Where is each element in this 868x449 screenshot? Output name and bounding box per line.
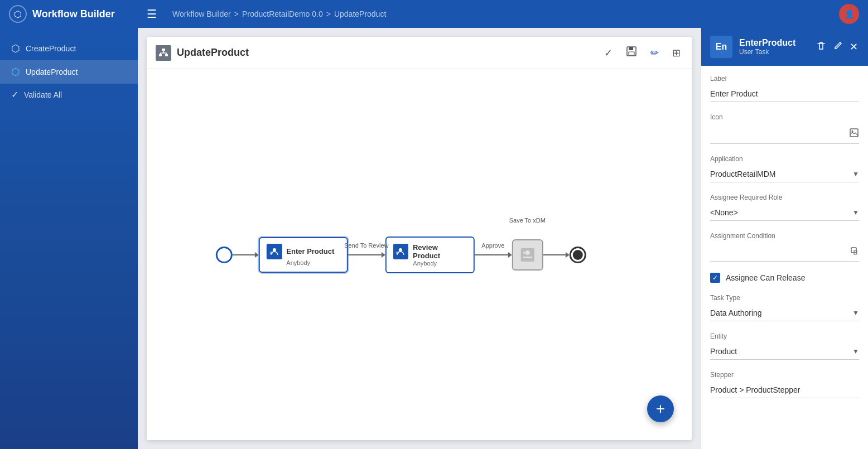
sidebar-item-validate-all[interactable]: ✓ Validate All bbox=[0, 84, 138, 105]
svg-rect-9 bbox=[629, 52, 634, 55]
svg-point-17 bbox=[272, 248, 276, 252]
field-group-assignee-role: Assignee Required Role <None> ▼ bbox=[710, 194, 859, 221]
assignment-condition-icon-button[interactable] bbox=[850, 247, 859, 258]
assignment-condition-row bbox=[710, 243, 859, 262]
user-avatar[interactable]: 👤 bbox=[839, 4, 859, 24]
field-group-application: Application ProductRetailMDM ▼ bbox=[710, 155, 859, 182]
label-input[interactable] bbox=[710, 86, 859, 102]
app-logo-area: ⬡ Workflow Builder bbox=[9, 5, 147, 23]
field-label-entity: Entity bbox=[710, 332, 859, 340]
field-group-task-type: Task Type Data Authoring ▼ bbox=[710, 294, 859, 321]
app-logo-text: Workflow Builder bbox=[32, 8, 115, 20]
assignee-role-select[interactable]: <None> bbox=[710, 205, 859, 220]
task-node-header-review: Review Product bbox=[393, 243, 466, 260]
task-icon-review bbox=[393, 244, 408, 259]
task-node-title-enter: Enter Product bbox=[286, 247, 334, 255]
toolbar-actions: ✓ ✏ ⊞ bbox=[602, 44, 683, 62]
application-select[interactable]: ProductRetailMDM bbox=[710, 166, 859, 182]
task-node-header-enter: Enter Product bbox=[266, 244, 340, 259]
entity-select[interactable]: Product bbox=[710, 344, 859, 359]
sidebar-item-create-product[interactable]: ⬡ CreateProduct bbox=[0, 37, 138, 60]
edit-button[interactable]: ✏ bbox=[648, 45, 661, 61]
icon-picker-button[interactable] bbox=[849, 128, 859, 140]
canvas-title-area: UpdateProduct bbox=[156, 45, 602, 61]
panel-edit-button[interactable] bbox=[832, 40, 844, 55]
canvas-title-text: UpdateProduct bbox=[177, 47, 249, 59]
service-node[interactable] bbox=[512, 239, 543, 271]
service-node-label: Save To xDM bbox=[509, 217, 546, 224]
end-node[interactable] bbox=[569, 247, 586, 263]
task-node-review-product[interactable]: Review Product Anybody bbox=[385, 236, 474, 273]
arrow-service-to-end bbox=[543, 252, 569, 258]
task-node-subtitle-review: Anybody bbox=[413, 260, 466, 267]
grid-button[interactable]: ⊞ bbox=[670, 45, 683, 61]
svg-rect-1 bbox=[159, 54, 162, 56]
breadcrumb-sep1: > bbox=[234, 9, 239, 18]
field-label-stepper: Stepper bbox=[710, 371, 859, 379]
breadcrumb-part3[interactable]: UpdateProduct bbox=[334, 9, 386, 18]
field-label-assignment-condition: Assignment Condition bbox=[710, 232, 859, 240]
sidebar-item-label-update: UpdateProduct bbox=[26, 67, 78, 76]
icon-input[interactable] bbox=[710, 129, 849, 138]
field-group-assignment-condition: Assignment Condition bbox=[710, 232, 859, 262]
panel-header-actions: ✕ bbox=[815, 40, 859, 55]
save-button[interactable] bbox=[624, 44, 639, 62]
panel-header-title: EnterProduct bbox=[739, 38, 808, 48]
end-node-inner bbox=[572, 250, 582, 260]
sidebar: ⬡ CreateProduct ⬡ UpdateProduct ✓ Valida… bbox=[0, 28, 138, 449]
svg-rect-24 bbox=[523, 252, 525, 254]
app-logo-icon: ⬡ bbox=[9, 5, 27, 23]
sidebar-item-update-product[interactable]: ⬡ UpdateProduct bbox=[0, 60, 138, 84]
field-label-task-type: Task Type bbox=[710, 294, 859, 302]
application-select-wrapper: ProductRetailMDM ▼ bbox=[710, 166, 859, 182]
stepper-input[interactable] bbox=[710, 382, 859, 398]
svg-rect-20 bbox=[396, 252, 399, 254]
svg-rect-8 bbox=[629, 47, 633, 50]
panel-close-button[interactable]: ✕ bbox=[848, 40, 859, 55]
assignee-can-release-checkbox[interactable] bbox=[710, 273, 720, 283]
arrow-review-to-service: Approve bbox=[474, 252, 512, 258]
hierarchy-icon-update: ⬡ bbox=[11, 66, 20, 78]
svg-rect-23 bbox=[523, 257, 532, 258]
breadcrumb: Workflow Builder > ProductRetailDemo 0.0… bbox=[163, 9, 839, 18]
panel-header-subtitle: User Task bbox=[739, 48, 808, 56]
svg-rect-2 bbox=[165, 54, 168, 56]
task-icon-enter bbox=[266, 244, 282, 259]
svg-rect-18 bbox=[269, 252, 272, 254]
canvas-toolbar: UpdateProduct ✓ ✏ ⊞ bbox=[147, 37, 692, 69]
field-group-label: Label bbox=[710, 75, 859, 102]
sidebar-item-label-create: CreateProduct bbox=[26, 44, 76, 53]
service-node-wrapper: Save To xDM bbox=[512, 239, 543, 271]
assignment-condition-input[interactable] bbox=[710, 248, 850, 257]
main-layout: ⬡ CreateProduct ⬡ UpdateProduct ✓ Valida… bbox=[0, 28, 868, 449]
breadcrumb-part2[interactable]: ProductRetailDemo 0.0 bbox=[242, 9, 323, 18]
field-label-label: Label bbox=[710, 75, 859, 83]
right-panel: En EnterProduct User Task ✕ Label bbox=[701, 28, 868, 449]
task-type-select[interactable]: Data Authoring bbox=[710, 305, 859, 321]
svg-point-19 bbox=[399, 248, 402, 252]
field-label-icon: Icon bbox=[710, 113, 859, 121]
top-header: ⬡ Workflow Builder ☰ Workflow Builder > … bbox=[0, 0, 868, 28]
canvas-container: UpdateProduct ✓ ✏ ⊞ bbox=[138, 28, 701, 449]
hierarchy-icon-create: ⬡ bbox=[11, 42, 20, 55]
field-group-stepper: Stepper bbox=[710, 371, 859, 398]
canvas-title-icon bbox=[156, 45, 171, 61]
panel-delete-button[interactable] bbox=[815, 40, 827, 55]
arrow-enter-to-review: Send To Review bbox=[348, 252, 385, 258]
task-node-title-review: Review Product bbox=[413, 243, 466, 260]
workflow-diagram: Enter Product Anybody Send To Review bbox=[215, 236, 586, 273]
start-node[interactable] bbox=[215, 247, 232, 263]
hamburger-menu[interactable]: ☰ bbox=[147, 7, 157, 21]
right-panel-header: En EnterProduct User Task ✕ bbox=[701, 28, 868, 66]
right-panel-body: Label Icon Application ProductRetai bbox=[701, 66, 868, 449]
task-node-enter-product[interactable]: Enter Product Anybody bbox=[258, 237, 348, 273]
breadcrumb-part1[interactable]: Workflow Builder bbox=[172, 9, 231, 18]
workflow-canvas[interactable]: Enter Product Anybody Send To Review bbox=[147, 69, 692, 440]
task-node-subtitle-enter: Anybody bbox=[286, 259, 340, 266]
panel-header-info: EnterProduct User Task bbox=[739, 38, 808, 56]
assignee-role-select-wrapper: <None> ▼ bbox=[710, 205, 859, 221]
panel-avatar: En bbox=[710, 36, 732, 58]
canvas-panel: UpdateProduct ✓ ✏ ⊞ bbox=[147, 37, 692, 440]
check-button[interactable]: ✓ bbox=[602, 45, 615, 61]
fab-add-button[interactable]: + bbox=[647, 395, 674, 422]
